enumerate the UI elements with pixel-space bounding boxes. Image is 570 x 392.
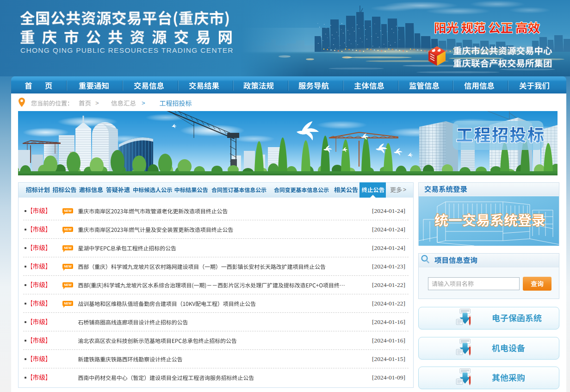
svg-text:>: > — [403, 187, 406, 193]
svg-text:CHONG QING PUBLIC RESOURCES TR: CHONG QING PUBLIC RESOURCES TRADING CENT… — [20, 46, 234, 54]
svg-text:[2024-01-24]: [2024-01-24] — [372, 244, 405, 251]
svg-text:>: > — [95, 100, 99, 106]
svg-text:[2024-01-16]: [2024-01-16] — [372, 337, 405, 344]
svg-text:[2024-01-16]: [2024-01-16] — [372, 318, 405, 325]
svg-text:[2024-01-09]: [2024-01-09] — [372, 374, 405, 381]
svg-text:[2024-01-22]: [2024-01-22] — [372, 281, 405, 288]
svg-text:[2024-01-15]: [2024-01-15] — [372, 355, 405, 362]
svg-text:[2024-01-24]: [2024-01-24] — [372, 226, 405, 233]
svg-text:[2024-01-22]: [2024-01-22] — [372, 300, 405, 307]
svg-text:[2024-01-23]: [2024-01-23] — [372, 263, 405, 270]
svg-text:>: > — [142, 100, 145, 106]
svg-text:[2024-01-24]: [2024-01-24] — [372, 207, 405, 214]
